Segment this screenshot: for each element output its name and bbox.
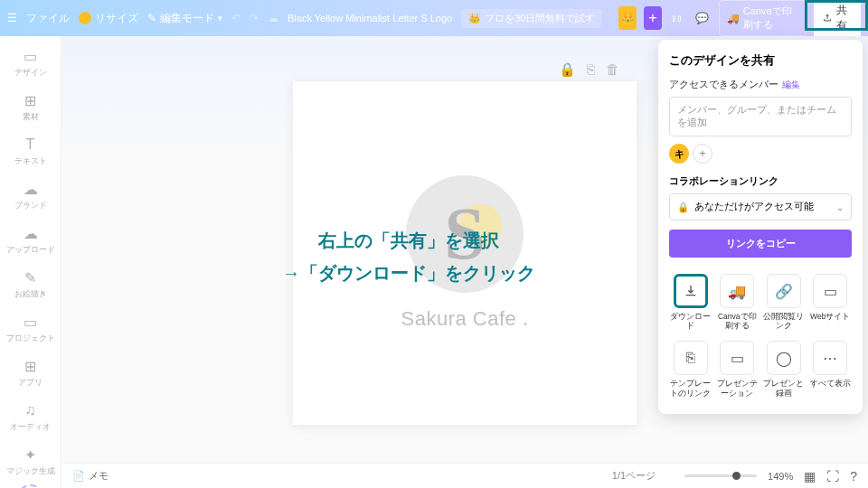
action-template-link[interactable]: ⎘ テンプレートのリンク bbox=[669, 337, 712, 400]
analytics-icon[interactable]: ⫾⫾ bbox=[669, 6, 687, 30]
member-input[interactable]: メンバー、グループ、またはチームを追加 bbox=[669, 97, 852, 136]
help-icon[interactable]: ? bbox=[850, 469, 857, 483]
sidebar-item-text[interactable]: Tテキスト bbox=[0, 130, 61, 173]
access-label: アクセスできるメンバー bbox=[669, 78, 778, 91]
text-icon: T bbox=[22, 136, 40, 154]
apps-icon: ⊞ bbox=[22, 357, 40, 375]
crown-icon bbox=[79, 12, 91, 24]
brand-icon: ☁ bbox=[22, 180, 40, 198]
trash-icon[interactable]: 🗑 bbox=[606, 61, 619, 78]
instruction-overlay: 右上の「共有」を選択 →「ダウンロード」をクリック bbox=[282, 224, 535, 289]
ai-assistant-button[interactable]: ✦ bbox=[16, 484, 45, 488]
action-public-link[interactable]: 🔗 公開閲覧リンク bbox=[762, 270, 806, 333]
sidebar-item-audio[interactable]: ♫オーディオ bbox=[0, 396, 61, 438]
presentation-icon: ▭ bbox=[720, 341, 754, 375]
sidebar-item-draw[interactable]: ✎お絵描き bbox=[0, 263, 61, 305]
trial-button[interactable]: 👑 プロを30日間無料で試す bbox=[461, 9, 602, 28]
share-panel-title: このデザインを共有 bbox=[669, 52, 852, 69]
left-sidebar: ▭デザイン ⊞素材 Tテキスト ☁ブランド ☁アップロード ✎お絵描き ▭プロジ… bbox=[0, 36, 61, 488]
download-icon bbox=[674, 274, 708, 308]
add-member-button[interactable]: + bbox=[693, 144, 712, 164]
topbar: ☰ ファイル リサイズ ✎ 編集モード ▾ ↶ ↷ ☁ Black Yellow… bbox=[0, 0, 868, 36]
plus-button[interactable]: + bbox=[644, 6, 662, 30]
action-present-record[interactable]: ◯ プレゼンと録画 bbox=[762, 337, 806, 400]
action-presentation[interactable]: ▭ プレゼンテーション bbox=[716, 337, 760, 400]
sidebar-item-magic[interactable]: ✦マジック生成 bbox=[0, 440, 61, 483]
canvas-tools: 🔒 ⎘ 🗑 bbox=[559, 61, 619, 78]
elements-icon: ⊞ bbox=[22, 91, 40, 109]
grid-view-icon[interactable]: ▦ bbox=[804, 469, 816, 483]
bottombar: 📄 メモ 1/1ページ 149% ▦ ⛶ ? bbox=[61, 463, 868, 488]
draw-icon: ✎ bbox=[22, 268, 40, 286]
sidebar-item-apps[interactable]: ⊞アプリ bbox=[0, 352, 61, 394]
share-button[interactable]: 共有 bbox=[814, 0, 861, 38]
duplicate-icon[interactable]: ⎘ bbox=[587, 61, 595, 78]
document-title[interactable]: Black Yellow Minimalist Letter S Logo bbox=[288, 13, 452, 23]
resize-menu[interactable]: リサイズ bbox=[79, 11, 138, 26]
upload-icon: ☁ bbox=[22, 224, 40, 242]
comment-icon[interactable]: 💬 bbox=[693, 6, 712, 30]
crown-button[interactable]: 👑 bbox=[618, 6, 637, 30]
action-print[interactable]: 🚚 Canvaで印刷する bbox=[716, 270, 760, 333]
logo-text[interactable]: Sakura Cafe . bbox=[401, 307, 528, 331]
fullscreen-icon[interactable]: ⛶ bbox=[826, 469, 839, 483]
share-panel: このデザインを共有 アクセスできるメンバー 編集 メンバー、グループ、またはチー… bbox=[658, 40, 863, 414]
file-menu[interactable]: ファイル bbox=[26, 11, 70, 26]
zoom-value[interactable]: 149% bbox=[768, 471, 793, 482]
record-icon: ◯ bbox=[767, 341, 801, 375]
edit-mode-menu[interactable]: ✎ 編集モード ▾ bbox=[147, 11, 222, 26]
sidebar-item-projects[interactable]: ▭プロジェクト bbox=[0, 307, 61, 350]
lock-icon: 🔒 bbox=[677, 202, 689, 213]
hamburger-icon[interactable]: ☰ bbox=[7, 12, 17, 24]
user-avatar[interactable]: キ bbox=[669, 144, 689, 164]
design-icon: ▭ bbox=[22, 47, 40, 65]
memo-button[interactable]: 📄 メモ bbox=[72, 469, 108, 483]
projects-icon: ▭ bbox=[22, 313, 40, 331]
magic-icon: ✦ bbox=[22, 446, 40, 464]
undo-button[interactable]: ↶ bbox=[231, 12, 241, 24]
action-show-all[interactable]: ⋯ すべて表示 bbox=[809, 337, 853, 400]
audio-icon: ♫ bbox=[22, 401, 40, 419]
lock-icon[interactable]: 🔒 bbox=[559, 61, 576, 78]
page-indicator[interactable]: 1/1ページ bbox=[612, 469, 656, 483]
zoom-slider[interactable] bbox=[684, 474, 757, 477]
collab-link-label: コラボレーションリンク bbox=[669, 174, 852, 188]
print-button[interactable]: 🚚 Canvaで印刷する bbox=[719, 0, 807, 36]
access-edit-link[interactable]: 編集 bbox=[782, 79, 800, 91]
sidebar-item-design[interactable]: ▭デザイン bbox=[0, 42, 61, 84]
sidebar-item-elements[interactable]: ⊞素材 bbox=[0, 86, 61, 128]
website-icon: ▭ bbox=[813, 274, 847, 308]
link-access-select[interactable]: 🔒 あなただけがアクセス可能 ⌄ bbox=[669, 193, 852, 221]
copy-link-button[interactable]: リンクをコピー bbox=[669, 230, 852, 258]
action-download[interactable]: ダウンロード bbox=[669, 270, 712, 333]
more-icon: ⋯ bbox=[813, 341, 847, 375]
truck-icon: 🚚 bbox=[720, 274, 754, 308]
action-website[interactable]: ▭ Webサイト bbox=[809, 270, 853, 333]
template-icon: ⎘ bbox=[674, 341, 708, 375]
redo-button[interactable]: ↷ bbox=[250, 12, 259, 24]
share-icon bbox=[823, 12, 832, 24]
link-icon: 🔗 bbox=[767, 274, 801, 308]
chevron-down-icon: ⌄ bbox=[836, 202, 844, 212]
sidebar-item-brand[interactable]: ☁ブランド bbox=[0, 174, 61, 217]
sidebar-item-upload[interactable]: ☁アップロード bbox=[0, 219, 61, 261]
cloud-icon: ☁ bbox=[268, 12, 278, 24]
